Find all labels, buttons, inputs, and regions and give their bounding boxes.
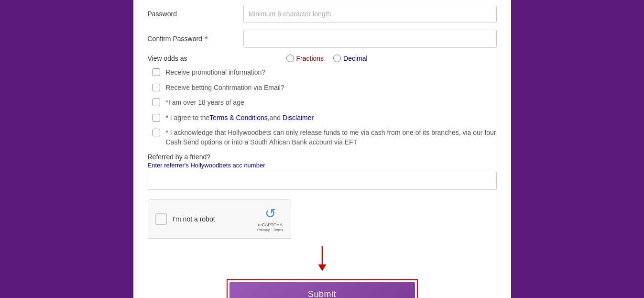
referred-section: Referred by a friend? Enter referrer's H… — [148, 153, 497, 197]
checkbox-ack-row: * I acknowledge that Hollywoodbets can o… — [148, 128, 497, 147]
betting-label: Receive betting Confirmation via Email? — [166, 83, 284, 93]
password-row: Password — [148, 5, 497, 23]
view-odds-row: View odds as Fractions Decimal — [148, 55, 497, 62]
fractions-option[interactable]: Fractions — [286, 55, 324, 62]
terms-label: * I agree to theTerms & Conditions,and D… — [166, 113, 314, 123]
recaptcha-icon: ↺ — [265, 206, 276, 221]
promo-checkbox[interactable] — [153, 68, 160, 76]
recaptcha-text: reCAPTCHAPrivacy · Terms — [257, 222, 284, 233]
odds-radio-group: Fractions Decimal — [286, 55, 368, 62]
view-odds-label: View odds as — [148, 55, 243, 62]
page-wrapper: Password Confirm Password * View odds as… — [0, 0, 644, 298]
confirm-password-label: Confirm Password * — [148, 35, 243, 43]
checkbox-promo-row: Receive promotional information? — [148, 68, 497, 77]
required-marker: * — [203, 35, 207, 43]
age-label: *I am over 18 years of age — [166, 98, 244, 108]
terms-checkbox[interactable] — [153, 114, 160, 121]
disclaimer-link[interactable]: Disclaimer — [283, 114, 314, 121]
ack-checkbox[interactable] — [153, 129, 160, 136]
confirm-password-input[interactable] — [243, 30, 497, 48]
captcha-checkbox[interactable] — [155, 213, 167, 225]
decimal-radio[interactable] — [333, 55, 341, 62]
form-container: Password Confirm Password * View odds as… — [133, 0, 511, 298]
ack-label: * I acknowledge that Hollywoodbets can o… — [166, 128, 497, 147]
betting-checkbox[interactable] — [153, 84, 160, 91]
captcha-logo: ↺ reCAPTCHAPrivacy · Terms — [257, 206, 284, 233]
svg-marker-1 — [318, 265, 326, 271]
arrow-container — [148, 246, 497, 275]
promo-label: Receive promotional information? — [166, 68, 266, 77]
confirm-password-row: Confirm Password * — [148, 30, 497, 48]
decimal-option[interactable]: Decimal — [333, 55, 368, 62]
submit-wrapper: Submit — [227, 279, 418, 298]
referred-title: Referred by a friend? — [148, 153, 497, 161]
decimal-label: Decimal — [343, 55, 368, 62]
checkbox-age-row: *I am over 18 years of age — [148, 98, 497, 108]
fractions-label: Fractions — [296, 55, 324, 62]
checkbox-terms-row: * I agree to theTerms & Conditions,and D… — [148, 113, 497, 123]
referred-subtitle: Enter referrer's Hollywoodbets acc numbe… — [148, 162, 497, 169]
terms-link[interactable]: Terms & Conditions — [209, 114, 267, 121]
captcha-container: I'm not a robot ↺ reCAPTCHAPrivacy · Ter… — [148, 199, 291, 239]
down-arrow-icon — [315, 246, 329, 275]
captcha-label: I'm not a robot — [173, 215, 251, 223]
checkbox-betting-row: Receive betting Confirmation via Email? — [148, 83, 497, 93]
submit-button[interactable]: Submit — [229, 282, 415, 298]
referred-input[interactable] — [148, 172, 497, 190]
fractions-radio[interactable] — [286, 55, 294, 62]
age-checkbox[interactable] — [153, 99, 160, 106]
password-label: Password — [148, 10, 243, 18]
password-input[interactable] — [243, 5, 497, 23]
